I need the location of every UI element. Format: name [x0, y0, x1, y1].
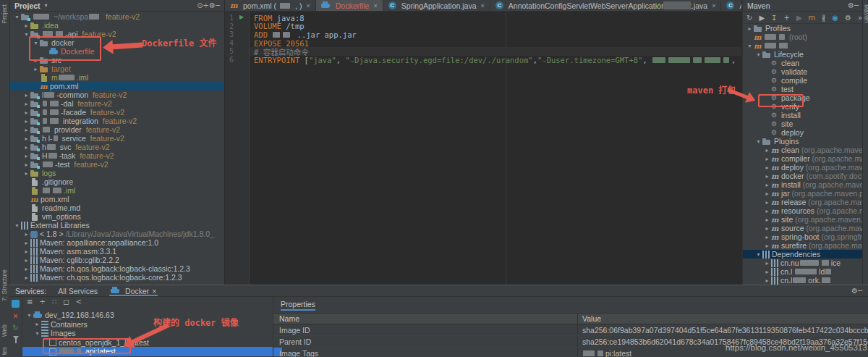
code-area[interactable]: FROM java:8VOLUME /tmpADD ..jar app.jarE…: [250, 12, 741, 285]
close-icon[interactable]: ×: [481, 2, 485, 9]
rerun-icon[interactable]: ↻: [12, 324, 18, 331]
tree-item[interactable]: ▸mcompiler (org.apache.maven.plugins: [743, 154, 863, 163]
chevron-right-icon[interactable]: ▸: [763, 173, 771, 180]
tab-all-services[interactable]: All Services: [56, 285, 99, 296]
chevron-right-icon[interactable]: ▸: [22, 257, 30, 264]
chevron-right-icon[interactable]: ▸: [22, 92, 30, 98]
tree-item[interactable]: ▸mdocker (com.spotify:docker: [743, 172, 863, 180]
run-icon[interactable]: ▶: [239, 14, 244, 20]
tree-item[interactable]: ▸< 1.8 > /Library/Java/JavaVirtualMachin…: [10, 230, 224, 238]
chevron-right-icon[interactable]: ▸: [22, 248, 30, 255]
tree-item[interactable]: ▸Maven: ch.qos.logback:logback-core:1.2.…: [10, 273, 224, 282]
tab-docker[interactable]: Docker ×: [109, 285, 158, 296]
settings-icon[interactable]: ⚙: [851, 287, 858, 295]
hide-icon[interactable]: ─: [858, 287, 862, 295]
tree-item[interactable]: ▾Lifecycle: [743, 50, 863, 59]
tree-item[interactable]: ▸.idea: [10, 21, 224, 30]
chevron-right-icon[interactable]: ▸: [763, 269, 771, 275]
tree-item[interactable]: ▸mdeploy (org.apache.maven.plugins: [743, 163, 863, 172]
tree-item[interactable]: ▸-test feature-v2: [10, 160, 224, 169]
tree-item[interactable]: ⚙install: [743, 111, 863, 119]
editor-tab[interactable]: CAnnotatedBeanDef: [721, 0, 741, 11]
tree-item[interactable]: ▸H-task feature-v2: [10, 151, 224, 160]
close-icon[interactable]: ×: [306, 2, 310, 9]
editor-tab[interactable]: CSpringApplication.java×: [383, 0, 490, 11]
chevron-right-icon[interactable]: ▸: [763, 234, 771, 240]
stop-icon[interactable]: ×: [13, 313, 17, 319]
tree-item[interactable]: ▸Maven: aopalliance:aopalliance:1.0: [10, 238, 224, 247]
close-icon[interactable]: ×: [373, 2, 377, 9]
tree-item[interactable]: mpom.xml: [10, 82, 224, 91]
tree-item[interactable]: ⚙compile: [743, 76, 863, 85]
filter-icon[interactable]: [13, 336, 19, 340]
group-icon[interactable]: ∷: [52, 298, 56, 306]
chevron-down-icon[interactable]: ▾: [754, 251, 762, 258]
chevron-right-icon[interactable]: ▸: [32, 66, 40, 72]
add-maven-project-icon[interactable]: +: [783, 14, 789, 22]
tree-item[interactable]: ▾dev_192.168.146.63: [22, 311, 282, 320]
tree-item[interactable]: ▸cn.nuice: [743, 259, 863, 267]
download-sources-icon[interactable]: ↧: [771, 14, 777, 22]
tree-item[interactable]: .iml: [10, 186, 224, 195]
tree-item[interactable]: ▾Images: [22, 329, 282, 338]
chevron-down-icon[interactable]: ▾: [13, 222, 21, 229]
tree-item[interactable]: ⚙deploy: [743, 128, 863, 137]
close-icon[interactable]: ×: [152, 287, 156, 295]
tree-item[interactable]: ▾Dependencies: [743, 250, 863, 259]
tree-item[interactable]: mpom.xml: [10, 195, 224, 203]
tree-item[interactable]: m.iml: [10, 73, 224, 82]
tree-item[interactable]: ▸ provider feature-v2: [10, 125, 224, 134]
tree-item[interactable]: ▾External Libraries: [10, 221, 224, 230]
show-dependencies-icon[interactable]: ◉: [832, 14, 838, 22]
tree-item[interactable]: ▾ ~/workspa feature-v2: [10, 12, 224, 21]
chevron-right-icon[interactable]: ▸: [763, 199, 771, 206]
tree-item[interactable]: ▸ integration feature-v2: [10, 117, 224, 125]
tree-item[interactable]: ▸mresources (org.apache.maven.plugins: [743, 206, 863, 215]
editor-tab[interactable]: mpom.xml (, )×: [225, 0, 316, 11]
preview-icon[interactable]: ◻: [63, 298, 69, 306]
services-view-icon[interactable]: [12, 300, 20, 308]
hide-icon[interactable]: ─: [854, 1, 859, 9]
column-value[interactable]: Value: [578, 314, 601, 323]
collapse-all-icon[interactable]: ÷: [203, 1, 209, 9]
hide-icon[interactable]: ─: [216, 1, 220, 9]
chevron-down-icon[interactable]: ▾: [13, 14, 21, 20]
chevron-right-icon[interactable]: ▸: [763, 260, 771, 266]
tree-item[interactable]: .gitignore: [10, 177, 224, 186]
tool-stripe-maven[interactable]: Maven: [863, 4, 868, 23]
chevron-right-icon[interactable]: ▸: [763, 225, 771, 232]
chevron-right-icon[interactable]: ▸: [763, 277, 771, 284]
locate-icon[interactable]: ⊙: [197, 1, 203, 9]
chevron-right-icon[interactable]: ▸: [22, 101, 30, 107]
chevron-right-icon[interactable]: ▸: [763, 182, 771, 188]
chevron-down-icon[interactable]: ▾: [45, 2, 48, 9]
tree-item[interactable]: ▾Plugins: [743, 137, 863, 146]
inspection-widget[interactable]: ✔: [655, 1, 691, 9]
tree-item[interactable]: ▸h l- service feature-v2: [10, 134, 224, 143]
tree-item[interactable]: ▸mspring-boot (org.springframework: [743, 232, 863, 241]
settings-icon[interactable]: ⚙: [848, 1, 854, 9]
chevron-right-icon[interactable]: ▸: [763, 164, 771, 171]
chevron-right-icon[interactable]: ▸: [746, 25, 754, 32]
tree-item[interactable]: ⚙test: [743, 85, 863, 93]
tree-item[interactable]: ▸Containers: [22, 320, 282, 329]
tree-item[interactable]: ▸mclean (org.apache.maven.plugins: [743, 146, 863, 154]
chevron-right-icon[interactable]: ▸: [763, 156, 771, 162]
chevron-right-icon[interactable]: ▸: [763, 217, 771, 223]
tree-item[interactable]: vm_options: [10, 212, 224, 221]
chevron-right-icon[interactable]: ▸: [33, 321, 41, 327]
chevron-right-icon[interactable]: ▸: [763, 190, 771, 197]
skip-tests-icon[interactable]: ∦: [822, 14, 825, 22]
chevron-right-icon[interactable]: ▸: [22, 161, 30, 168]
tree-item[interactable]: ▸cn.lork.: [743, 276, 863, 285]
tool-stripe-web[interactable]: Web: [1, 324, 8, 337]
chevron-right-icon[interactable]: ▸: [22, 266, 30, 272]
chevron-right-icon[interactable]: ▸: [22, 153, 30, 159]
tree-item[interactable]: ▸-dal feature-v2: [10, 99, 224, 108]
tool-stripe-structure[interactable]: 7: Structure: [1, 269, 8, 301]
tree-item[interactable]: ▸-facade feature-v2: [10, 108, 224, 117]
column-name[interactable]: Name: [273, 314, 578, 324]
chevron-right-icon[interactable]: ▸: [22, 135, 30, 142]
tree-item[interactable]: ▸minstall (org.apache.maven.plugins: [743, 180, 863, 189]
chevron-right-icon[interactable]: ▸: [22, 118, 30, 125]
